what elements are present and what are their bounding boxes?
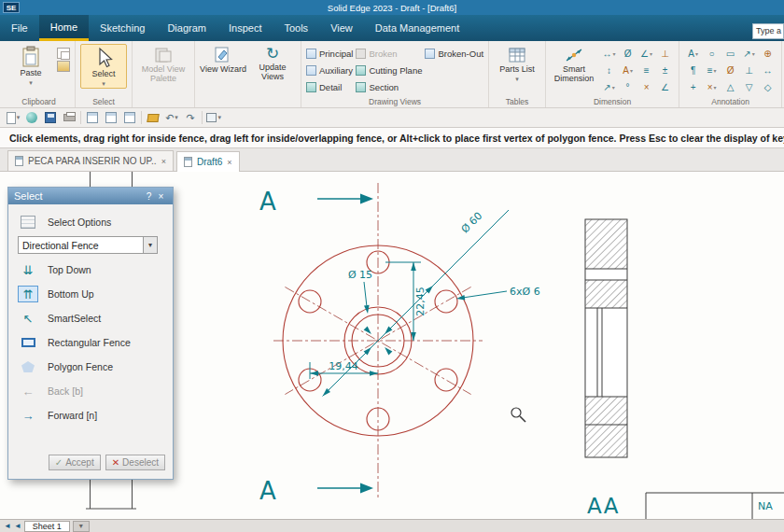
polygon-fence-button[interactable]: Polygon Fence <box>8 355 173 379</box>
tab-view[interactable]: View <box>319 15 364 41</box>
perpendicular-dimension-icon[interactable]: ⊥ <box>656 46 674 62</box>
select-panel-header[interactable]: Select ? × <box>8 188 173 204</box>
datum-target-icon[interactable]: ⊕ <box>759 46 777 62</box>
first-sheet-icon[interactable]: ◄ <box>4 522 11 530</box>
view-overlays-icon[interactable] <box>85 111 100 125</box>
leader-icon[interactable]: ↗▾ <box>740 46 758 62</box>
tab-home[interactable]: Home <box>39 15 89 41</box>
balloon-icon[interactable]: ○ <box>703 46 721 62</box>
angle-between-icon[interactable]: ∠▾ <box>637 46 655 62</box>
deselect-button[interactable]: ✕ Deselect <box>105 455 165 470</box>
print-icon[interactable] <box>62 111 77 125</box>
auxiliary-view-button[interactable]: Auxiliary <box>306 63 353 77</box>
cutting-plane-button[interactable]: Cutting Plane <box>356 63 422 77</box>
top-down-button[interactable]: ⇊ Top Down <box>8 258 173 282</box>
model-view-palette-button[interactable]: Model View Palette <box>137 44 189 84</box>
forward-button[interactable]: → Forward [n] <box>8 403 173 427</box>
leader-dimension-icon[interactable]: ↗▾ <box>600 79 618 95</box>
broken-out-button[interactable]: Broken-Out <box>425 46 483 61</box>
paragraph-text-icon[interactable]: ¶ <box>684 63 702 78</box>
close-tab-icon[interactable]: × <box>227 158 231 167</box>
tab-inspect[interactable]: Inspect <box>217 15 273 41</box>
triangle-down-annotation-icon[interactable]: ▽ <box>740 79 758 95</box>
vertical-distance-icon[interactable]: ↕ <box>600 63 618 78</box>
dimension-text-icon[interactable]: A▾ <box>619 63 637 78</box>
distance-between-icon[interactable]: ↔▾ <box>600 46 618 62</box>
command-search-input[interactable]: Type a <box>752 23 784 39</box>
help-icon[interactable]: ? <box>143 191 155 202</box>
plus-annotation-icon[interactable]: + <box>684 79 702 95</box>
sheet-tab[interactable]: Sheet 1 <box>24 521 70 532</box>
triangle-up-annotation-icon[interactable]: △ <box>721 79 739 95</box>
update-views-button[interactable]: ↻ Update Views <box>249 44 296 82</box>
titleblock-text[interactable]: NA <box>758 500 773 512</box>
tolerance-icon[interactable]: ± <box>656 63 674 78</box>
cut-label-bottom[interactable]: A <box>259 477 276 505</box>
document-tab-bar: PECA PARA INSERIR NO UP... × Draft6 × <box>0 148 784 172</box>
redo-icon[interactable]: ↷ <box>183 111 198 125</box>
dimension-bolt-circle[interactable]: Ø 60 <box>459 210 485 236</box>
format-painter-icon[interactable] <box>146 111 161 125</box>
cutting-plane-marks[interactable] <box>317 194 373 494</box>
cut-label-top[interactable]: A <box>259 188 276 216</box>
dimension-22-45[interactable]: 22,45 <box>414 287 427 316</box>
smart-select-button[interactable]: ↖ SmartSelect <box>8 306 173 330</box>
diamond-annotation-icon[interactable]: ◇ <box>759 79 777 95</box>
tab-data-management[interactable]: Data Management <box>364 15 471 41</box>
new-document-icon[interactable]: ▾ <box>6 111 21 125</box>
cross-annotation-icon[interactable]: ×▾ <box>703 79 721 95</box>
diameter-note-icon[interactable]: Ø <box>721 63 739 78</box>
view-wizard-button[interactable]: View Wizard <box>200 44 246 75</box>
rectangular-fence-button[interactable]: Rectangular Fence <box>8 330 173 355</box>
distance-note-icon[interactable]: ↔ <box>759 63 777 78</box>
symmetry-dimension-icon[interactable]: ≡ <box>637 63 655 78</box>
accept-button[interactable]: ✓ Accept <box>49 455 101 470</box>
centerline-icon[interactable]: ≡▾ <box>703 63 721 78</box>
back-button[interactable]: ← Back [b] <box>8 379 173 403</box>
add-sheet-tab[interactable]: ▾ <box>73 521 90 532</box>
principal-view-button[interactable]: Principal <box>306 46 353 61</box>
bolt-hole[interactable] <box>435 369 457 391</box>
parts-list-button[interactable]: Parts List ▾ <box>494 44 540 83</box>
format-painter-icon[interactable] <box>57 61 70 72</box>
detail-view-button[interactable]: Detail <box>306 79 353 94</box>
close-tab-icon[interactable]: × <box>161 157 166 166</box>
dimension-holes[interactable]: 6xØ 6 <box>510 286 540 298</box>
tab-file[interactable]: File <box>0 15 39 41</box>
document-tab-peca[interactable]: PECA PARA INSERIR NO UP... × <box>7 150 174 171</box>
section-view[interactable] <box>585 219 627 457</box>
diameter-dimension-icon[interactable]: Ø <box>619 46 637 62</box>
tab-tools[interactable]: Tools <box>273 15 319 41</box>
close-icon[interactable]: × <box>155 191 167 202</box>
select-button[interactable]: Select ▾ <box>80 44 127 89</box>
tab-diagram[interactable]: Diagram <box>156 15 217 41</box>
smart-dimension-button[interactable]: Smart Dimension <box>551 44 597 84</box>
section-view-button[interactable]: Section <box>356 79 422 94</box>
drawing-canvas[interactable]: 19,44 22,45 Ø 15 Ø 60 6xØ 6 A A AA NA <box>0 172 784 519</box>
section-view-label[interactable]: AA <box>587 494 620 518</box>
fence-mode-dropdown[interactable]: Directional Fence ▾ <box>18 236 158 254</box>
bottom-up-button[interactable]: ⇈ Bottom Up <box>8 282 173 306</box>
display-settings-icon[interactable]: ▾ <box>206 111 221 125</box>
previous-sheet-icon[interactable]: ◄ <box>14 522 21 530</box>
tab-sketching[interactable]: Sketching <box>89 15 156 41</box>
angle-alt-icon[interactable]: ∠ <box>656 79 674 95</box>
layer-list-icon[interactable] <box>122 111 137 125</box>
rectangle-annotation-icon[interactable]: ▭ <box>721 46 739 62</box>
dimension-bore[interactable]: Ø 15 <box>348 269 372 281</box>
table-list-icon[interactable] <box>104 111 119 125</box>
broken-view-button[interactable]: Broken <box>356 46 422 61</box>
copy-icon[interactable] <box>57 48 70 59</box>
open-globe-icon[interactable] <box>24 111 39 125</box>
text-box-icon[interactable]: A▾ <box>684 46 702 62</box>
cross-dimension-icon[interactable]: × <box>637 79 655 95</box>
document-tab-draft6[interactable]: Draft6 × <box>176 151 240 172</box>
dimension-19-44[interactable]: 19,44 <box>329 360 358 372</box>
save-icon[interactable] <box>43 111 58 125</box>
undo-icon[interactable]: ↶▾ <box>164 111 179 125</box>
centerlines[interactable] <box>273 183 483 500</box>
degree-dimension-icon[interactable]: ° <box>619 79 637 95</box>
perpendicular-note-icon[interactable]: ⊥ <box>740 63 758 78</box>
paste-button[interactable]: Paste ▾ <box>7 44 54 87</box>
select-options-button[interactable]: Select Options <box>8 210 173 234</box>
